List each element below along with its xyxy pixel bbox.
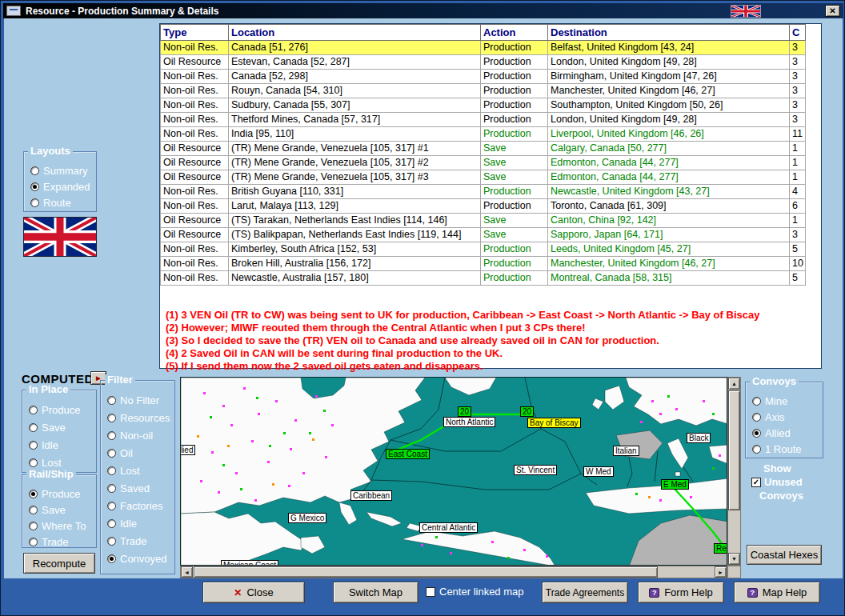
cell-c: 6: [790, 199, 806, 214]
table-row[interactable]: Non-oil Res.Newcastle, Australia [157, 1…: [161, 271, 806, 286]
cell-type: Non-oil Res.: [161, 41, 229, 55]
radio-factories[interactable]: Factories: [107, 497, 174, 514]
form-help-button[interactable]: ? Form Help: [638, 582, 724, 603]
cell-destination: Canton, China [92, 142]: [548, 214, 790, 228]
table-panel: TypeLocationActionDestinationC Non-oil R…: [159, 23, 822, 369]
cell-c: 3: [790, 228, 806, 242]
column-header-c[interactable]: C: [790, 25, 806, 41]
radio-where-to[interactable]: Where To: [29, 518, 96, 534]
table-row[interactable]: Oil Resource(TS) Balikpapan, Netherlands…: [161, 228, 806, 242]
cell-c: 3: [790, 98, 806, 113]
radio-allied[interactable]: Allied: [752, 425, 823, 441]
column-header-destination[interactable]: Destination: [548, 25, 790, 41]
radio-idle[interactable]: Idle: [107, 514, 174, 532]
column-header-action[interactable]: Action: [481, 25, 548, 41]
radio-circle-icon: [107, 431, 116, 440]
table-row[interactable]: Non-oil Res.Larut, Malaya [113, 129]Prod…: [161, 199, 806, 214]
column-header-type[interactable]: Type: [161, 25, 229, 41]
map-help-button[interactable]: ? Map Help: [734, 582, 820, 603]
table-row[interactable]: Oil Resource(TS) Tarakan, Netherlands Ea…: [161, 214, 806, 228]
table-row[interactable]: Oil Resource(TR) Mene Grande, Venezuela …: [161, 142, 806, 156]
table-row[interactable]: Non-oil Res.Rouyn, Canada [54, 310]Produ…: [161, 84, 806, 98]
close-button[interactable]: ✕ Close: [202, 582, 305, 603]
table-row[interactable]: Non-oil Res.Canada [52, 298]ProductionBi…: [161, 70, 806, 84]
arrow-left-icon: ◄: [184, 570, 190, 575]
center-linked-map-checkbox[interactable]: Center linked map: [426, 586, 524, 598]
table-row[interactable]: Non-oil Res.Canada [51, 276]ProductionBe…: [161, 41, 806, 55]
map-horizontal-scrollbar[interactable]: ◄ ►: [180, 566, 727, 578]
radio-trade[interactable]: Trade: [29, 534, 96, 550]
cell-c: 3: [790, 41, 806, 55]
cell-destination: Birmingham, United Kingdom [47, 26]: [548, 70, 790, 84]
titlebar-close-button[interactable]: ✕: [825, 5, 840, 17]
cell-location: (TR) Mene Grande, Venezuela [105, 317] #…: [229, 142, 481, 156]
map-label-g-mexico: G Mexico: [288, 513, 326, 523]
cell-location: Kimberley, South Africa [152, 53]: [229, 242, 481, 257]
radio-label: Save: [42, 504, 66, 516]
switch-map-button[interactable]: Switch Map: [333, 582, 418, 603]
horizontal-scroll-thumb[interactable]: [194, 566, 658, 578]
radio-mine[interactable]: Mine: [752, 393, 823, 409]
scroll-left-button[interactable]: ◄: [181, 566, 193, 578]
cell-location: British Guyana [110, 331]: [229, 185, 481, 199]
map-help-button-label: Map Help: [763, 586, 807, 598]
table-row[interactable]: Oil ResourceEstevan, Canada [52, 287]Pro…: [161, 55, 806, 70]
scroll-up-button[interactable]: ▲: [728, 378, 740, 390]
map-label-20: 20: [458, 406, 471, 417]
cell-destination: Liverpool, United Kingdom [46, 26]: [548, 127, 790, 142]
scroll-down-button[interactable]: ▼: [728, 553, 740, 565]
radio-circle-icon: [752, 413, 761, 422]
radio-summary[interactable]: Summary: [30, 162, 96, 178]
vertical-scroll-thumb[interactable]: [728, 390, 740, 510]
radio-resources[interactable]: Resources: [107, 409, 174, 426]
radio-non-oil[interactable]: Non-oil: [107, 426, 174, 444]
map-label-italian: Italian: [613, 446, 639, 456]
table-row[interactable]: Non-oil Res.British Guyana [110, 331]Pro…: [161, 185, 806, 199]
cell-location: Newcastle, Australia [157, 180]: [229, 271, 481, 286]
table-row[interactable]: Non-oil Res.Kimberley, South Africa [152…: [161, 242, 806, 257]
radio-saved[interactable]: Saved: [107, 479, 174, 497]
radio-1-route[interactable]: 1 Route: [752, 441, 823, 457]
radio-label: Expanded: [43, 181, 90, 193]
radio-produce[interactable]: Produce: [29, 486, 96, 502]
in-place-group-title: In Place: [26, 384, 70, 395]
table-row[interactable]: Oil Resource(TR) Mene Grande, Venezuela …: [161, 170, 806, 185]
radio-save[interactable]: Save: [29, 418, 96, 436]
radio-circle-icon: [107, 537, 116, 546]
trade-agreements-button[interactable]: Trade Agreements: [542, 582, 628, 603]
recompute-button[interactable]: Recompute: [23, 553, 95, 574]
resource-table: TypeLocationActionDestinationC Non-oil R…: [160, 24, 806, 286]
cell-type: Non-oil Res.: [161, 70, 229, 84]
radio-expanded[interactable]: Expanded: [30, 178, 96, 194]
map-vertical-scrollbar[interactable]: ▲ ▼: [727, 377, 741, 566]
show-unused-convoys-checkbox[interactable]: Show ✓ Unused Convoys: [751, 462, 823, 502]
table-row[interactable]: Non-oil Res.Thetford Mines, Canada [57, …: [161, 113, 806, 127]
radio-no-filter[interactable]: No Filter: [107, 391, 174, 409]
scroll-right-button[interactable]: ►: [715, 566, 727, 578]
form-help-button-label: Form Help: [664, 586, 713, 598]
radio-trade[interactable]: Trade: [107, 532, 174, 550]
cell-type: Oil Resource: [161, 55, 229, 70]
map-label-caribbean: Caribbean: [350, 490, 392, 501]
cell-type: Oil Resource: [161, 228, 229, 242]
column-header-location[interactable]: Location: [229, 25, 481, 41]
table-row[interactable]: Non-oil Res.Broken Hill, Australia [156,…: [161, 257, 806, 271]
radio-lost[interactable]: Lost: [107, 462, 174, 479]
radio-axis[interactable]: Axis: [752, 409, 823, 425]
arrow-down-icon: ▼: [731, 556, 737, 562]
radio-idle[interactable]: Idle: [29, 436, 96, 454]
radio-oil[interactable]: Oil: [107, 444, 174, 462]
coastal-hexes-button[interactable]: Coastal Hexes: [747, 545, 822, 565]
radio-route[interactable]: Route: [30, 194, 96, 210]
table-row[interactable]: Oil Resource(TR) Mene Grande, Venezuela …: [161, 156, 806, 170]
radio-label: Route: [43, 197, 71, 209]
table-row[interactable]: Non-oil Res.Sudbury, Canada [55, 307]Pro…: [161, 98, 806, 113]
radio-convoyed[interactable]: Convoyed: [107, 550, 174, 567]
cell-c: 11: [790, 127, 806, 142]
table-row[interactable]: Non-oil Res.India [95, 110]ProductionLiv…: [161, 127, 806, 142]
radio-produce[interactable]: Produce: [29, 401, 96, 418]
radio-save[interactable]: Save: [29, 502, 96, 518]
cell-c: 5: [790, 271, 806, 286]
map[interactable]: AlliedNorth Atlantic2020Bay of BiscayEas…: [180, 377, 727, 566]
radio-label: Trade: [120, 535, 146, 547]
